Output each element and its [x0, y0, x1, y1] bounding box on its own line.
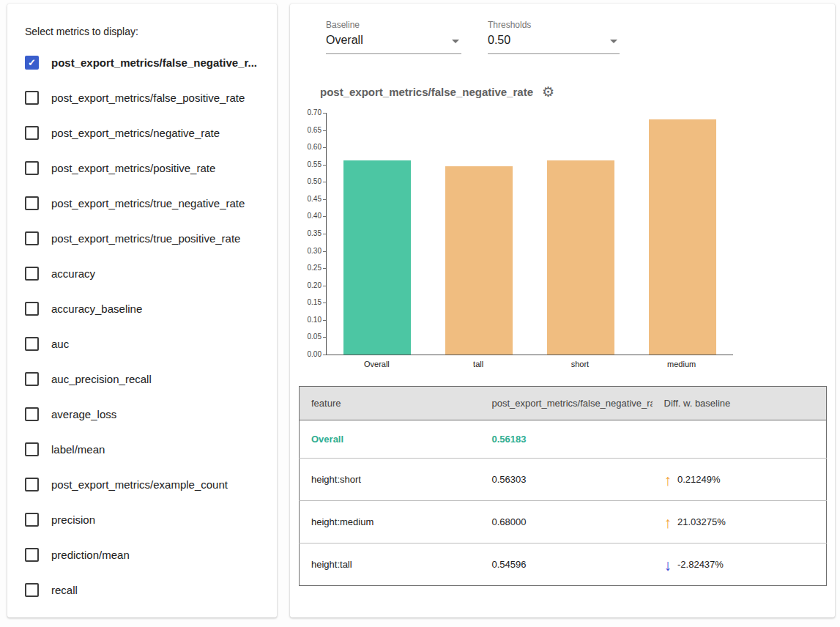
- diff-cell: ↓-2.82437%: [653, 543, 827, 586]
- checkbox-unchecked-icon[interactable]: [25, 126, 39, 140]
- metric-label: post_export_metrics/true_negative_rate: [51, 197, 245, 209]
- y-axis-tick-label: 0.50: [308, 178, 321, 185]
- y-axis-tick-label: 0.05: [308, 333, 321, 341]
- metric-checkbox-row[interactable]: prediction/mean: [7, 537, 277, 572]
- value-cell: 0.56303: [480, 459, 653, 501]
- metric-label: precision: [51, 513, 95, 526]
- y-axis-tick-label: 0.30: [308, 248, 321, 255]
- metric-checkbox-row[interactable]: accuracy_baseline: [7, 291, 277, 326]
- y-axis-tick: [323, 216, 326, 217]
- thresholds-select-value: 0.50: [488, 34, 620, 47]
- x-axis-label: medium: [631, 360, 732, 368]
- y-axis-tick: [323, 234, 326, 234]
- chevron-down-icon[interactable]: [610, 40, 617, 43]
- metric-checkbox-row[interactable]: average_loss: [7, 396, 277, 431]
- y-axis-tick: [323, 355, 326, 355]
- plot-area: [326, 113, 733, 355]
- controls-row: Baseline Overall Thresholds 0.50: [326, 20, 835, 54]
- y-axis-tick-label: 0.15: [308, 299, 321, 306]
- thresholds-select[interactable]: Thresholds 0.50: [488, 20, 620, 54]
- metric-label: recall: [51, 584, 78, 596]
- metric-checkbox-row[interactable]: precision: [7, 502, 277, 537]
- chevron-down-icon[interactable]: [452, 40, 459, 43]
- bar-tall[interactable]: [445, 166, 513, 355]
- y-axis-tick-label: 0.00: [308, 351, 321, 358]
- checkbox-unchecked-icon[interactable]: [25, 196, 39, 210]
- metric-label: post_export_metrics/example_count: [51, 478, 228, 491]
- metric-checkbox-row[interactable]: auc_precision_recall: [7, 361, 277, 396]
- metric-checkbox-row[interactable]: label/mean: [7, 431, 277, 467]
- y-axis-tick: [323, 165, 326, 166]
- metric-checkbox-row[interactable]: post_export_metrics/example_count: [7, 467, 277, 502]
- metric-label: auc: [51, 338, 69, 350]
- metric-label: post_export_metrics/false_positive_rate: [51, 92, 245, 104]
- metrics-table: featurepost_export_metrics/false_negativ…: [299, 386, 827, 586]
- checkbox-unchecked-icon[interactable]: [25, 337, 39, 351]
- table-header-cell: Diff. w. baseline: [653, 387, 827, 420]
- metric-checkbox-row[interactable]: post_export_metrics/true_positive_rate: [7, 220, 277, 256]
- down-arrow-icon: ↓: [664, 557, 672, 574]
- y-axis-tick: [323, 251, 326, 252]
- metric-checkbox-row[interactable]: accuracy: [7, 256, 277, 291]
- baseline-select[interactable]: Baseline Overall: [326, 20, 461, 54]
- y-axis-tick-label: 0.40: [308, 212, 321, 220]
- checkbox-unchecked-icon[interactable]: [25, 513, 39, 527]
- metric-selector-panel: Select metrics to display: ✓post_export_…: [7, 4, 277, 617]
- metrics-list: ✓post_export_metrics/false_negative_r...…: [7, 45, 277, 607]
- x-axis-label: short: [529, 360, 631, 368]
- metric-label: accuracy_baseline: [51, 303, 142, 315]
- baseline-select-label: Baseline: [326, 20, 461, 30]
- bar-medium[interactable]: [649, 119, 716, 355]
- feature-cell: height:short: [300, 459, 480, 501]
- metric-checkbox-row[interactable]: post_export_metrics/true_negative_rate: [7, 185, 277, 220]
- y-axis-tick: [323, 182, 326, 182]
- checkbox-unchecked-icon[interactable]: [25, 407, 39, 421]
- checkbox-unchecked-icon[interactable]: [25, 442, 39, 456]
- checkbox-unchecked-icon[interactable]: [25, 161, 39, 175]
- feature-cell: Overall: [300, 420, 480, 459]
- checkbox-unchecked-icon[interactable]: [25, 583, 39, 597]
- feature-cell: height:tall: [300, 543, 480, 586]
- bar-chart: 0.000.050.100.150.200.250.300.350.400.45…: [294, 109, 762, 373]
- diff-value: -2.82437%: [677, 559, 724, 570]
- bar-short[interactable]: [547, 160, 614, 355]
- checkbox-unchecked-icon[interactable]: [25, 231, 39, 245]
- metric-checkbox-row[interactable]: ✓post_export_metrics/false_negative_r...: [7, 45, 277, 80]
- metric-label: auc_precision_recall: [51, 373, 152, 385]
- thresholds-select-label: Thresholds: [488, 20, 620, 30]
- bar-slot: [327, 113, 428, 355]
- metric-label: post_export_metrics/false_negative_r...: [51, 56, 257, 69]
- metric-checkbox-row[interactable]: auc: [7, 326, 277, 361]
- metric-label: post_export_metrics/positive_rate: [51, 162, 215, 174]
- diff-value: 21.03275%: [677, 516, 726, 527]
- x-axis-label: Overall: [326, 360, 428, 368]
- x-axis-labels: Overalltallshortmedium: [326, 360, 732, 368]
- checkbox-unchecked-icon[interactable]: [25, 267, 39, 281]
- metric-checkbox-row[interactable]: recall: [7, 572, 277, 607]
- metric-label: average_loss: [51, 408, 116, 420]
- y-axis-tick-label: 0.55: [308, 161, 321, 168]
- diff-cell: ↑0.21249%: [653, 459, 827, 501]
- metric-checkbox-row[interactable]: post_export_metrics/positive_rate: [7, 150, 277, 185]
- table-row: height:medium0.68000↑21.03275%: [300, 501, 827, 543]
- metric-checkbox-row[interactable]: post_export_metrics/negative_rate: [7, 115, 277, 150]
- y-axis-tick-label: 0.35: [308, 230, 321, 237]
- y-axis-tick-label: 0.70: [308, 109, 321, 116]
- diff-value: 0.21249%: [677, 474, 721, 485]
- table-header-row: featurepost_export_metrics/false_negativ…: [300, 387, 827, 420]
- bar-Overall[interactable]: [343, 160, 411, 355]
- baseline-select-value: Overall: [326, 34, 461, 47]
- metric-label: prediction/mean: [51, 549, 130, 561]
- checkbox-unchecked-icon[interactable]: [25, 478, 39, 491]
- checkbox-unchecked-icon[interactable]: [25, 372, 39, 386]
- feature-cell: height:medium: [300, 501, 480, 543]
- checkbox-unchecked-icon[interactable]: [25, 91, 39, 105]
- checkbox-unchecked-icon[interactable]: [25, 302, 39, 316]
- checkbox-unchecked-icon[interactable]: [25, 548, 39, 562]
- y-axis-tick: [323, 113, 326, 114]
- gear-icon[interactable]: ⚙: [542, 85, 554, 99]
- metric-label: post_export_metrics/negative_rate: [51, 127, 220, 139]
- metric-checkbox-row[interactable]: post_export_metrics/false_positive_rate: [7, 80, 277, 115]
- table-body: Overall0.56183height:short0.56303↑0.2124…: [300, 420, 827, 586]
- checkbox-checked-icon[interactable]: ✓: [25, 56, 39, 70]
